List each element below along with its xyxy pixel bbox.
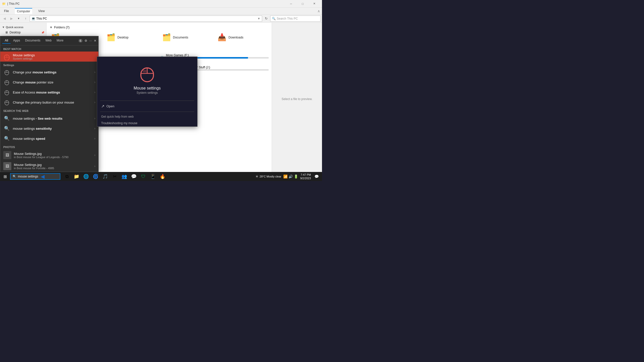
explorer-search-bar[interactable]: 🔍 Search This PC xyxy=(270,16,320,22)
search-tab-apps[interactable]: Apps xyxy=(11,38,22,44)
search-overlay: All Apps Documents Web More 6 ⚙ ··· ✕ Be… xyxy=(0,36,99,172)
taskbar-app-explorer[interactable]: 📁 xyxy=(72,172,81,181)
mouse-settings-icon xyxy=(3,53,10,60)
ribbon-expand-icon[interactable]: ∧ xyxy=(317,9,320,13)
weather-icon: ☀ xyxy=(255,174,259,178)
web-section-label: Get quick help from web xyxy=(97,112,197,120)
search-results: Best match Mouse settings System setting… xyxy=(0,46,98,172)
search-icon: 🔍 xyxy=(272,17,276,20)
sidebar-item-desktop[interactable]: 🖥 Desktop 📌 xyxy=(0,30,46,35)
right-panel: Mouse settings System settings ↗ Open Ge… xyxy=(97,57,197,127)
network-icon[interactable]: 📶 xyxy=(283,174,288,178)
search-tab-all[interactable]: All xyxy=(2,38,11,44)
taskbar: ⊞ 🔍 mouse settings ◀ ⧉ 📁 🌐 🌀 🎵 ✂ 👥 💬 🛡 📱… xyxy=(0,172,322,181)
photo-icon-1: 🖼 xyxy=(3,151,11,159)
search-header-right: 6 ⚙ ··· ✕ xyxy=(78,39,96,42)
recent-button[interactable]: ▼ xyxy=(16,16,22,22)
ribbon-tab-view[interactable]: View xyxy=(36,8,47,14)
folder-icon-documents: 🗂️ xyxy=(162,33,171,41)
mouse-large-icon xyxy=(139,63,155,83)
search-tab-documents[interactable]: Documents xyxy=(23,38,43,44)
result-web-1[interactable]: 🔍 mouse settings - See web results › xyxy=(0,113,98,123)
battery-icon[interactable]: 🔋 xyxy=(294,174,298,178)
best-match-text: Mouse settings System settings xyxy=(13,53,95,60)
forward-button[interactable]: ▶ xyxy=(9,16,15,22)
taskbar-app-teams[interactable]: 👥 xyxy=(120,172,129,181)
refresh-button[interactable]: ↻ xyxy=(263,16,269,22)
folder-icon-desktop: 🗂️ xyxy=(107,33,115,41)
svg-rect-18 xyxy=(143,70,146,72)
result-web-text-1: mouse settings - See web results xyxy=(13,117,92,120)
search-header: All Apps Documents Web More 6 ⚙ ··· ✕ xyxy=(0,36,98,46)
right-panel-header: Mouse settings System settings xyxy=(97,57,197,101)
maximize-button[interactable]: □ xyxy=(297,0,308,8)
title-bar: 📁 | This PC ─ □ ✕ xyxy=(0,0,322,8)
taskbar-app-vpn[interactable]: 🛡 xyxy=(139,172,148,181)
minimize-button[interactable]: ─ xyxy=(285,0,297,8)
result-best-match[interactable]: Mouse settings System settings xyxy=(0,52,98,62)
result-change-pointer-size[interactable]: Change mouse pointer size › xyxy=(0,77,98,87)
result-web-2[interactable]: 🔍 mouse settings sensitivity › xyxy=(0,123,98,133)
result-primary-button[interactable]: Change the primary button on your mouse … xyxy=(0,97,98,107)
start-button[interactable]: ⊞ xyxy=(0,172,10,181)
arrow-web-3: › xyxy=(94,137,95,140)
taskbar-search-box[interactable]: 🔍 mouse settings ◀ xyxy=(10,173,60,180)
address-dropdown-icon[interactable]: ▼ xyxy=(257,17,260,20)
settings-section-label: Settings xyxy=(0,62,98,67)
up-button[interactable]: ↑ xyxy=(23,16,29,22)
volume-icon[interactable]: 🔊 xyxy=(289,174,293,178)
close-button[interactable]: ✕ xyxy=(308,0,320,8)
taskbar-app-whatsapp[interactable]: 📱 xyxy=(148,172,157,181)
desktop-icon: 🖥 xyxy=(5,31,8,34)
result-change-mouse-settings[interactable]: Change your mouse settings › xyxy=(0,67,98,77)
quick-access-header: ▼ Quick access xyxy=(0,25,46,30)
file-icon: 📁 xyxy=(2,2,6,6)
address-bar[interactable]: 💻 This PC ▼ xyxy=(30,16,262,22)
open-button[interactable]: ↗ Open xyxy=(97,101,197,112)
taskbar-app-spotify[interactable]: 🎵 xyxy=(101,172,110,181)
clock[interactable]: 7:47 PM 9/2/2023 xyxy=(300,173,311,180)
result-ease-of-access[interactable]: Ease of Access mouse settings › xyxy=(0,87,98,97)
result-web-text-3: mouse settings speed xyxy=(13,137,92,141)
date-display: 9/2/2023 xyxy=(300,176,311,180)
troubleshooting-link[interactable]: Troubleshooting my mouse xyxy=(97,120,197,126)
settings-icon[interactable]: ⚙ xyxy=(85,39,87,42)
ribbon: File Computer View ∧ xyxy=(0,8,322,15)
ribbon-tab-file[interactable]: File xyxy=(2,8,11,14)
search-tab-web[interactable]: Web xyxy=(43,38,54,44)
notification-button[interactable]: 💬 xyxy=(313,172,320,181)
taskbar-app-msi[interactable]: 🔥 xyxy=(158,172,167,181)
open-icon: ↗ xyxy=(101,104,104,109)
web-search-icon-1: 🔍 xyxy=(3,115,10,122)
folder-documents[interactable]: 🗂️ Documents xyxy=(161,32,213,43)
folder-desktop[interactable]: 🗂️ Desktop xyxy=(105,32,158,43)
arrow-icon-2: › xyxy=(94,80,95,84)
nav-bar: ◀ ▶ ▼ ↑ 💻 This PC ▼ ↻ 🔍 Search This PC xyxy=(0,15,322,23)
arrow-photo-1: › xyxy=(94,153,95,157)
ribbon-tab-computer[interactable]: Computer xyxy=(15,8,32,14)
collapse-icon: ▼ xyxy=(50,26,53,29)
taskbar-app-edge[interactable]: 🌀 xyxy=(91,172,100,181)
result-photo-text-2: Mouse Settings.jpg in Best mouse for For… xyxy=(14,163,92,170)
taskbar-app-discord[interactable]: 💬 xyxy=(129,172,138,181)
result-photo-1[interactable]: 🖼 Mouse Settings.jpg in Best mouse for L… xyxy=(0,150,98,161)
search-tab-more[interactable]: More xyxy=(54,38,66,44)
taskbar-search-icon: 🔍 xyxy=(13,175,16,178)
taskbar-app-taskview[interactable]: ⧉ xyxy=(62,172,71,181)
mouse-icon-1 xyxy=(3,69,10,76)
folder-downloads[interactable]: 📥 Downloads xyxy=(216,32,269,43)
back-button[interactable]: ◀ xyxy=(2,16,8,22)
result-text-3: Ease of Access mouse settings xyxy=(13,90,92,94)
title-bar-left: 📁 | This PC xyxy=(2,2,20,6)
taskbar-app-snip[interactable]: ✂ xyxy=(110,172,119,181)
result-web-3[interactable]: 🔍 mouse settings speed › xyxy=(0,133,98,144)
web-search-icon-2: 🔍 xyxy=(3,125,10,132)
mouse-icon-4 xyxy=(3,99,10,106)
search-close-icon[interactable]: ✕ xyxy=(94,39,96,42)
breadcrumb-pc: This PC xyxy=(36,17,47,20)
best-match-label: Best match xyxy=(0,46,98,52)
result-photo-2[interactable]: 🖼 Mouse Settings.jpg in Best mouse for F… xyxy=(0,161,98,172)
taskbar-app-chrome[interactable]: 🌐 xyxy=(82,172,91,181)
time-display: 7:47 PM xyxy=(300,173,311,176)
search-more-icon[interactable]: ··· xyxy=(89,39,92,42)
